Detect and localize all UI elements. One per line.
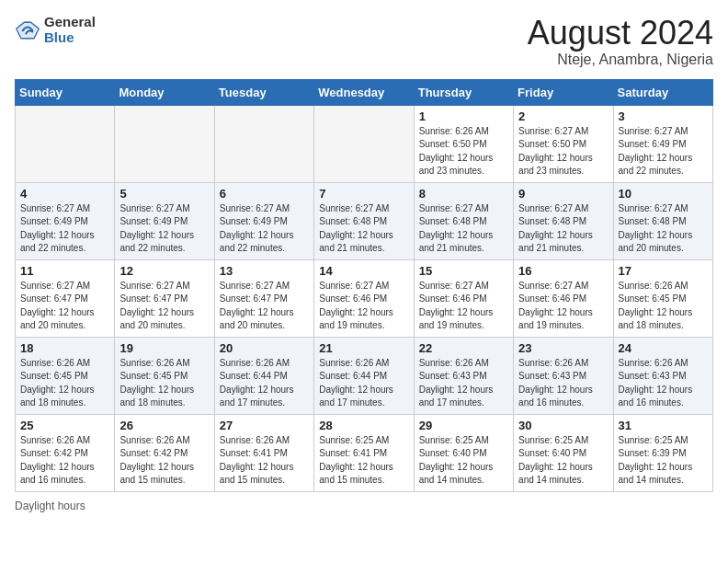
calendar-cell: 8Sunrise: 6:27 AM Sunset: 6:48 PM Daylig…: [414, 182, 513, 259]
calendar-cell: 9Sunrise: 6:27 AM Sunset: 6:48 PM Daylig…: [514, 182, 613, 259]
calendar-cell: 26Sunrise: 6:26 AM Sunset: 6:42 PM Dayli…: [115, 414, 214, 491]
calendar-cell: 20Sunrise: 6:26 AM Sunset: 6:44 PM Dayli…: [214, 337, 313, 414]
day-number: 20: [220, 341, 309, 355]
day-info: Sunrise: 6:25 AM Sunset: 6:40 PM Dayligh…: [518, 434, 608, 488]
calendar-week-row: 1Sunrise: 6:26 AM Sunset: 6:50 PM Daylig…: [16, 105, 713, 182]
day-info: Sunrise: 6:27 AM Sunset: 6:48 PM Dayligh…: [619, 202, 708, 256]
calendar-cell: 5Sunrise: 6:27 AM Sunset: 6:49 PM Daylig…: [115, 182, 214, 259]
calendar-week-row: 11Sunrise: 6:27 AM Sunset: 6:47 PM Dayli…: [16, 259, 713, 337]
day-number: 24: [619, 341, 708, 355]
day-info: Sunrise: 6:27 AM Sunset: 6:46 PM Dayligh…: [419, 280, 508, 333]
logo-text: General Blue: [44, 15, 96, 45]
day-info: Sunrise: 6:25 AM Sunset: 6:41 PM Dayligh…: [319, 434, 408, 488]
calendar-cell: 12Sunrise: 6:27 AM Sunset: 6:47 PM Dayli…: [115, 259, 214, 337]
logo-icon: [15, 17, 40, 43]
calendar-day-header: Wednesday: [314, 79, 414, 105]
calendar-table: SundayMondayTuesdayWednesdayThursdayFrid…: [15, 79, 713, 492]
calendar-cell: 25Sunrise: 6:26 AM Sunset: 6:42 PM Dayli…: [16, 414, 115, 491]
day-number: 3: [619, 109, 708, 123]
day-number: 13: [220, 264, 309, 278]
day-number: 23: [518, 341, 608, 355]
day-info: Sunrise: 6:27 AM Sunset: 6:50 PM Dayligh…: [518, 125, 608, 178]
day-info: Sunrise: 6:26 AM Sunset: 6:43 PM Dayligh…: [518, 357, 608, 410]
calendar-cell: 15Sunrise: 6:27 AM Sunset: 6:46 PM Dayli…: [414, 259, 513, 337]
calendar-cell: 16Sunrise: 6:27 AM Sunset: 6:46 PM Dayli…: [514, 259, 613, 337]
day-info: Sunrise: 6:27 AM Sunset: 6:48 PM Dayligh…: [419, 202, 508, 256]
day-info: Sunrise: 6:26 AM Sunset: 6:45 PM Dayligh…: [20, 357, 109, 410]
day-info: Sunrise: 6:27 AM Sunset: 6:47 PM Dayligh…: [20, 280, 109, 333]
day-info: Sunrise: 6:26 AM Sunset: 6:44 PM Dayligh…: [319, 357, 408, 410]
calendar-day-header: Saturday: [613, 79, 712, 105]
day-number: 11: [20, 264, 109, 278]
day-info: Sunrise: 6:26 AM Sunset: 6:45 PM Dayligh…: [619, 280, 708, 333]
calendar-cell: 22Sunrise: 6:26 AM Sunset: 6:43 PM Dayli…: [414, 337, 513, 414]
day-info: Sunrise: 6:27 AM Sunset: 6:49 PM Dayligh…: [220, 202, 309, 256]
day-number: 18: [20, 341, 109, 355]
day-number: 14: [319, 264, 408, 278]
calendar-cell: 31Sunrise: 6:25 AM Sunset: 6:39 PM Dayli…: [613, 414, 712, 491]
day-info: Sunrise: 6:26 AM Sunset: 6:41 PM Dayligh…: [220, 434, 309, 488]
day-info: Sunrise: 6:26 AM Sunset: 6:42 PM Dayligh…: [119, 434, 209, 488]
day-number: 1: [419, 109, 508, 123]
calendar-week-row: 4Sunrise: 6:27 AM Sunset: 6:49 PM Daylig…: [16, 182, 713, 259]
day-number: 26: [119, 419, 209, 432]
day-info: Sunrise: 6:26 AM Sunset: 6:44 PM Dayligh…: [220, 357, 309, 410]
calendar-cell: 14Sunrise: 6:27 AM Sunset: 6:46 PM Dayli…: [314, 259, 414, 337]
day-info: Sunrise: 6:26 AM Sunset: 6:45 PM Dayligh…: [119, 357, 209, 410]
calendar-cell: 1Sunrise: 6:26 AM Sunset: 6:50 PM Daylig…: [414, 105, 513, 182]
day-info: Sunrise: 6:27 AM Sunset: 6:48 PM Dayligh…: [319, 202, 408, 256]
calendar-header-row: SundayMondayTuesdayWednesdayThursdayFrid…: [16, 79, 713, 105]
day-number: 8: [419, 187, 508, 201]
day-info: Sunrise: 6:27 AM Sunset: 6:48 PM Dayligh…: [518, 202, 608, 256]
footer-note: Daylight hours: [15, 500, 713, 512]
calendar-cell: 28Sunrise: 6:25 AM Sunset: 6:41 PM Dayli…: [314, 414, 414, 491]
day-number: 17: [619, 264, 708, 278]
calendar-cell: 7Sunrise: 6:27 AM Sunset: 6:48 PM Daylig…: [314, 182, 414, 259]
logo-blue-text: Blue: [44, 30, 96, 46]
title-area: August 2024 Nteje, Anambra, Nigeria: [528, 15, 713, 68]
calendar-cell: 4Sunrise: 6:27 AM Sunset: 6:49 PM Daylig…: [16, 182, 115, 259]
day-info: Sunrise: 6:25 AM Sunset: 6:39 PM Dayligh…: [619, 434, 708, 488]
logo-general-text: General: [44, 15, 96, 30]
day-number: 27: [220, 419, 309, 432]
day-number: 19: [119, 341, 209, 355]
calendar-cell: 17Sunrise: 6:26 AM Sunset: 6:45 PM Dayli…: [613, 259, 712, 337]
calendar-cell: 10Sunrise: 6:27 AM Sunset: 6:48 PM Dayli…: [613, 182, 712, 259]
calendar-cell: 21Sunrise: 6:26 AM Sunset: 6:44 PM Dayli…: [314, 337, 414, 414]
day-number: 16: [518, 264, 608, 278]
calendar-day-header: Sunday: [16, 79, 115, 105]
day-info: Sunrise: 6:27 AM Sunset: 6:49 PM Dayligh…: [119, 202, 209, 256]
day-info: Sunrise: 6:25 AM Sunset: 6:40 PM Dayligh…: [419, 434, 508, 488]
day-number: 25: [20, 419, 109, 432]
day-number: 9: [518, 187, 608, 201]
calendar-week-row: 18Sunrise: 6:26 AM Sunset: 6:45 PM Dayli…: [16, 337, 713, 414]
day-info: Sunrise: 6:26 AM Sunset: 6:43 PM Dayligh…: [619, 357, 708, 410]
calendar-cell: 11Sunrise: 6:27 AM Sunset: 6:47 PM Dayli…: [16, 259, 115, 337]
calendar-cell: 27Sunrise: 6:26 AM Sunset: 6:41 PM Dayli…: [214, 414, 313, 491]
calendar-cell: [115, 105, 214, 182]
page-subtitle: Nteje, Anambra, Nigeria: [528, 52, 713, 68]
calendar-day-header: Monday: [115, 79, 214, 105]
day-info: Sunrise: 6:26 AM Sunset: 6:42 PM Dayligh…: [20, 434, 109, 488]
page-title: August 2024: [528, 15, 713, 52]
day-info: Sunrise: 6:27 AM Sunset: 6:47 PM Dayligh…: [119, 280, 209, 333]
calendar-cell: 30Sunrise: 6:25 AM Sunset: 6:40 PM Dayli…: [514, 414, 613, 491]
calendar-cell: 23Sunrise: 6:26 AM Sunset: 6:43 PM Dayli…: [514, 337, 613, 414]
calendar-cell: 3Sunrise: 6:27 AM Sunset: 6:49 PM Daylig…: [613, 105, 712, 182]
day-number: 2: [518, 109, 608, 123]
day-number: 31: [619, 419, 708, 432]
calendar-day-header: Thursday: [414, 79, 513, 105]
day-info: Sunrise: 6:27 AM Sunset: 6:49 PM Dayligh…: [619, 125, 708, 178]
day-number: 15: [419, 264, 508, 278]
day-number: 7: [319, 187, 408, 201]
calendar-cell: 29Sunrise: 6:25 AM Sunset: 6:40 PM Dayli…: [414, 414, 513, 491]
calendar-cell: [314, 105, 414, 182]
day-number: 30: [518, 419, 608, 432]
calendar-cell: 6Sunrise: 6:27 AM Sunset: 6:49 PM Daylig…: [214, 182, 313, 259]
day-number: 21: [319, 341, 408, 355]
calendar-day-header: Tuesday: [214, 79, 313, 105]
day-info: Sunrise: 6:27 AM Sunset: 6:46 PM Dayligh…: [518, 280, 608, 333]
day-number: 29: [419, 419, 508, 432]
day-info: Sunrise: 6:27 AM Sunset: 6:46 PM Dayligh…: [319, 280, 408, 333]
calendar-week-row: 25Sunrise: 6:26 AM Sunset: 6:42 PM Dayli…: [16, 414, 713, 491]
